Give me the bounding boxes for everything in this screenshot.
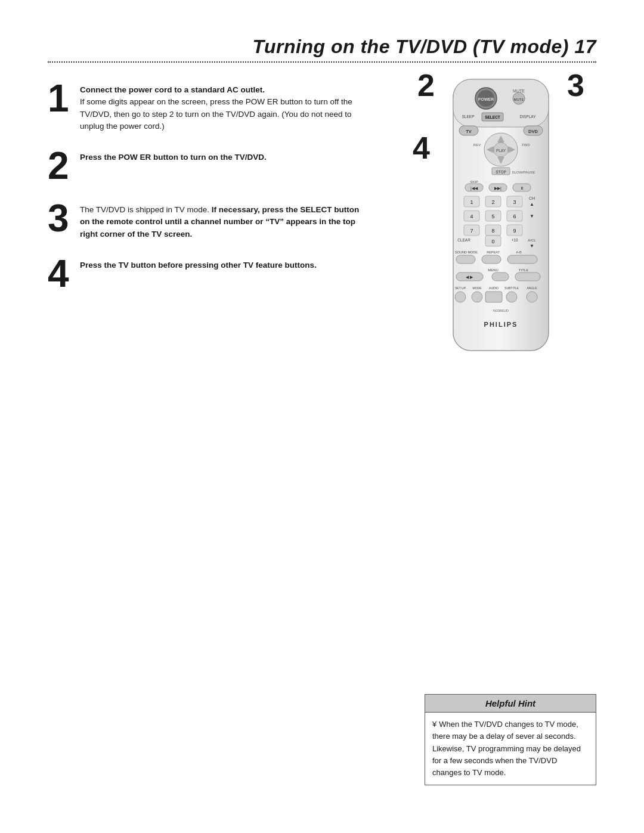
svg-rect-66 [482,255,501,264]
svg-text:MUTE: MUTE [514,98,524,101]
svg-text:POWER: POWER [478,97,494,101]
svg-point-84 [506,292,517,302]
step-4-number: 4 [48,255,72,293]
svg-text:PHILIPS: PHILIPS [484,321,518,328]
svg-text:9: 9 [513,228,516,234]
step-1-heading: Connect the power cord to a standard AC … [80,85,265,94]
svg-text:SKIP: SKIP [470,180,478,184]
svg-text:CLEAR: CLEAR [457,238,470,242]
svg-text:▲: ▲ [530,202,534,207]
step-4-heading: Press the TV button before pressing othe… [80,261,317,270]
svg-text:5: 5 [491,213,494,219]
svg-text:SLEEP: SLEEP [462,114,475,119]
helpful-hint-text: When the TV/DVD changes to TV mode, ther… [432,720,581,777]
svg-point-81 [455,292,466,302]
svg-text:◀  ▶: ◀ ▶ [466,275,473,279]
svg-text:|◀◀: |◀◀ [470,186,478,191]
helpful-hint-title: Helpful Hint [425,695,596,713]
svg-text:3: 3 [513,199,516,205]
svg-text:0: 0 [491,239,494,244]
svg-point-85 [527,292,537,302]
content-area: 1 Connect the power cord to a standard A… [48,79,596,361]
step-2-heading: Press the POW ER button to turn on the T… [80,153,267,162]
svg-text:A-B: A-B [516,250,522,254]
svg-text:DVD: DVD [528,129,538,134]
svg-text:2: 2 [491,199,494,205]
page-title: Turning on the TV/DVD (TV mode) 17 [48,36,596,58]
remote-svg: POWER MUTE MUTE SLEEP SELECT DISPLAY [435,73,566,360]
step-3-section: 3 The TV/DVD is shipped in TV mode. If n… [48,199,370,240]
step-1-body: If some digits appear on the screen, pre… [80,97,352,131]
svg-text:SOUND MODE: SOUND MODE [455,250,478,254]
overlay-number-2: 2 [417,67,435,103]
step-4-content: Press the TV button before pressing othe… [80,255,317,271]
overlay-number-3: 3 [567,67,584,103]
svg-text:N0386UD: N0386UD [493,309,509,312]
svg-text:PLAY: PLAY [496,148,506,153]
svg-text:CH: CH [529,196,535,200]
svg-text:▼: ▼ [530,213,534,219]
step-2-content: Press the POW ER button to turn on the T… [80,147,267,163]
step-3-content: The TV/DVD is shipped in TV mode. If nec… [80,199,370,240]
step-1-content: Connect the power cord to a standard AC … [80,79,370,132]
right-column: 2 3 4 [405,79,596,361]
helpful-hint-bullet: ¥ [432,720,436,729]
svg-rect-75 [515,272,540,281]
step-2-section: 2 Press the POW ER button to turn on the… [48,147,370,185]
svg-text:4: 4 [470,213,473,219]
svg-rect-83 [485,292,502,302]
svg-text:STOP: STOP [496,170,506,174]
step-2-number: 2 [48,147,72,185]
svg-text:SET UP: SET UP [455,286,466,290]
svg-text:7: 7 [470,228,473,234]
svg-text:TV: TV [466,129,472,134]
svg-text:ANGLE: ANGLE [527,286,538,290]
svg-text:SELECT: SELECT [485,115,500,119]
svg-text:A/CL: A/CL [528,239,536,242]
svg-text:▶▶|: ▶▶| [494,186,501,191]
svg-text:REV: REV [473,143,481,147]
svg-text:REPEAT: REPEAT [487,250,500,254]
left-column: 1 Connect the power cord to a standard A… [48,79,382,361]
svg-rect-74 [492,272,509,281]
svg-text:+10: +10 [511,238,518,242]
overlay-number-4: 4 [413,130,430,166]
dotted-separator [48,61,596,63]
svg-text:FWD: FWD [522,143,530,147]
step-1-section: 1 Connect the power cord to a standard A… [48,79,370,132]
helpful-hint-box: Helpful Hint ¥When the TV/DVD changes to… [425,694,596,785]
svg-text:MODE: MODE [473,286,482,290]
svg-text:▼: ▼ [530,243,534,249]
svg-text:6: 6 [513,213,516,219]
step-1-number: 1 [48,79,72,117]
svg-text:8: 8 [491,228,494,234]
svg-text:SUBTITLE: SUBTITLE [504,286,519,290]
svg-text:MENU: MENU [488,268,499,272]
svg-rect-65 [456,255,475,264]
svg-text:TITLE: TITLE [519,268,528,272]
step-3-number: 3 [48,199,72,237]
svg-point-82 [472,292,482,302]
svg-text:AUDIO: AUDIO [489,286,499,290]
svg-text:DISPLAY: DISPLAY [520,114,537,119]
svg-text:SLOW/PAUSE: SLOW/PAUSE [512,171,535,174]
helpful-hint-body: ¥When the TV/DVD changes to TV mode, the… [425,713,596,785]
step-3-body-prefix: The TV/DVD is shipped in TV mode. [80,205,212,214]
svg-rect-67 [507,255,537,264]
svg-text:⏸: ⏸ [520,186,524,190]
step-4-section: 4 Press the TV button before pressing ot… [48,255,370,293]
page-container: Turning on the TV/DVD (TV mode) 17 1 Con… [0,0,644,833]
svg-text:1: 1 [470,199,473,205]
remote-container: 2 3 4 [435,73,566,361]
